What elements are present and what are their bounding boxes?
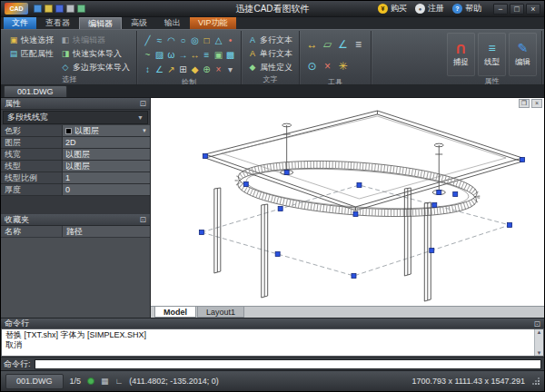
linetype-button[interactable]: ≡线型 xyxy=(478,33,506,76)
line-icon[interactable]: ╱ xyxy=(142,34,154,48)
print-icon[interactable] xyxy=(66,5,74,13)
erase-icon[interactable]: × xyxy=(213,63,224,77)
restore-doc-window-icon[interactable]: ❐ xyxy=(519,99,530,108)
open-icon[interactable] xyxy=(45,5,53,13)
delete-icon[interactable]: × xyxy=(320,55,335,77)
buy-button[interactable]: ¥ 购买 xyxy=(378,3,407,15)
property-value[interactable]: 以图层 xyxy=(63,149,150,160)
drawing-canvas[interactable]: ❐ × xyxy=(151,98,544,306)
tab-layout1[interactable]: Layout1 xyxy=(197,307,244,318)
register-button[interactable]: ● 注册 xyxy=(415,3,444,15)
revision-cloud-icon[interactable]: ω xyxy=(165,48,177,63)
quick-entity-import-button[interactable]: ◨快速实体导入 xyxy=(59,47,132,60)
table-wireframe-drawing[interactable] xyxy=(151,98,544,306)
circle-icon[interactable]: ○ xyxy=(177,34,189,48)
table-icon[interactable]: ⊞ xyxy=(177,63,189,77)
polygon-entity-import-button-label: 多边形实体导入 xyxy=(73,62,130,74)
undo-icon[interactable] xyxy=(77,5,85,13)
property-value[interactable]: 1 xyxy=(63,172,150,183)
new-icon[interactable] xyxy=(34,5,42,13)
document-tab[interactable]: 001.DWG xyxy=(4,85,67,97)
tab-model[interactable]: Model xyxy=(154,307,196,318)
tab-viewer[interactable]: 查看器 xyxy=(37,17,78,29)
pin-icon[interactable]: ⊡ xyxy=(139,215,146,224)
quick-select-button[interactable]: ▣快速选择 xyxy=(7,34,55,46)
properties-panel-header: 属性 ⊡ xyxy=(1,98,150,110)
arc-icon[interactable]: ◠ xyxy=(165,34,177,48)
app-logo-icon: CAD xyxy=(5,3,28,15)
tab-output[interactable]: 输出 xyxy=(156,17,189,29)
dim-angular-icon[interactable]: ∠ xyxy=(154,63,165,77)
property-value[interactable]: 2D xyxy=(63,137,150,148)
help-button[interactable]: ? 帮助 xyxy=(452,3,481,15)
close-doc-window-icon[interactable]: × xyxy=(531,99,542,108)
grid-toggle-icon[interactable]: ▦ xyxy=(101,377,109,386)
list-icon[interactable]: ≡ xyxy=(351,34,366,55)
command-history: 替换 [TXT.shx] 字体为 [SIMPLEX.SHX]取消 ▲ ▼ xyxy=(1,328,544,357)
quick-entity-import-button-label: 快速实体导入 xyxy=(73,48,122,60)
maximize-button[interactable]: □ xyxy=(510,4,524,15)
single-text-button[interactable]: A单行文本 xyxy=(246,47,294,60)
leader-icon[interactable]: ↗ xyxy=(165,63,177,77)
ribbon-tab-row: 文件查看器编辑器高级输出VIP功能 xyxy=(1,17,544,29)
ortho-toggle-icon[interactable]: ∟ xyxy=(115,377,124,386)
property-value[interactable]: 以图层▼ xyxy=(63,125,150,136)
pin-icon[interactable]: ⊡ xyxy=(139,99,146,108)
close-button[interactable]: × xyxy=(526,4,540,15)
scroll-up-icon[interactable]: ▲ xyxy=(537,329,542,335)
construction-line-icon[interactable]: ↔ xyxy=(189,48,201,63)
hatch-icon[interactable]: ▨ xyxy=(154,48,165,63)
property-value[interactable]: 0 xyxy=(63,184,150,195)
multiline-icon[interactable]: ≡ xyxy=(201,48,213,63)
spline-icon[interactable]: ~ xyxy=(142,48,154,63)
measure-area-icon[interactable]: ▱ xyxy=(320,34,335,55)
tab-advanced[interactable]: 高级 xyxy=(123,17,155,29)
region-icon[interactable]: ▣ xyxy=(213,48,224,63)
mtext-button[interactable]: A多行文本 xyxy=(246,34,294,46)
ribbon-group-properties: U捕捉≡线型✎编辑 属性 xyxy=(442,31,542,84)
property-grid: 色彩以图层▼图层2D线宽以图层线型以图层线型比例1厚度0 xyxy=(1,125,150,196)
property-value-text: 以图层 xyxy=(74,125,99,137)
point-icon[interactable]: • xyxy=(224,34,236,48)
insert-block-icon[interactable]: ⊕ xyxy=(201,63,213,77)
block-icon[interactable]: ◆ xyxy=(189,63,201,77)
pin-icon[interactable]: ⊡ xyxy=(533,319,540,328)
more-draw-icon[interactable]: ▾ xyxy=(224,63,236,77)
favorites-item[interactable]: 路径 xyxy=(63,226,150,237)
polygon-icon[interactable]: △ xyxy=(213,34,224,48)
statusbar-document-tab[interactable]: 001.DWG xyxy=(5,374,64,389)
snap-button[interactable]: U捕捉 xyxy=(447,33,475,76)
command-prompt-label: 命令行: xyxy=(4,358,31,370)
attribute-define-button[interactable]: ◆属性定义 xyxy=(246,61,294,74)
block-editor-button-label: 块编辑器 xyxy=(73,34,105,46)
command-input[interactable] xyxy=(35,359,541,369)
polyline-icon[interactable]: ≈ xyxy=(154,34,165,48)
attribute-define-icon: ◆ xyxy=(248,63,257,72)
polygon-entity-import-icon: ◇ xyxy=(61,63,70,72)
tab-editor[interactable]: 编辑器 xyxy=(79,17,122,29)
table-top xyxy=(205,111,522,211)
match-properties-button[interactable]: ▤匹配属性 xyxy=(7,47,55,60)
tab-file[interactable]: 文件 xyxy=(4,17,36,29)
entity-type-dropdown[interactable]: 多段线线宽 ▼ xyxy=(3,111,148,124)
group-label-draw: 绘制 xyxy=(142,77,236,85)
chevron-down-icon[interactable]: ▼ xyxy=(142,128,147,133)
tab-vip[interactable]: VIP功能 xyxy=(190,17,236,29)
polygon-entity-import-button[interactable]: ◇多边形实体导入 xyxy=(59,61,132,74)
edit-button[interactable]: ✎编辑 xyxy=(509,33,537,76)
measure-angle-icon[interactable]: ∠ xyxy=(335,34,351,55)
property-value[interactable]: 以图层 xyxy=(63,161,150,172)
dim-linear-icon[interactable]: ↕ xyxy=(142,63,154,77)
resize-grip[interactable] xyxy=(532,377,540,385)
id-point-icon[interactable]: ⊙ xyxy=(304,55,320,77)
command-scrollbar[interactable]: ▲ ▼ xyxy=(534,329,543,356)
scroll-down-icon[interactable]: ▼ xyxy=(537,350,542,356)
measure-distance-icon[interactable]: ↔ xyxy=(304,34,320,55)
wipeout-icon[interactable]: ▩ xyxy=(224,48,236,63)
donut-icon[interactable]: ◎ xyxy=(189,34,201,48)
save-icon[interactable] xyxy=(55,5,64,13)
rectangle-icon[interactable]: □ xyxy=(201,34,213,48)
minimize-button[interactable]: − xyxy=(493,4,508,15)
explode-icon[interactable]: ✳ xyxy=(335,55,351,77)
ray-icon[interactable]: → xyxy=(177,48,189,63)
